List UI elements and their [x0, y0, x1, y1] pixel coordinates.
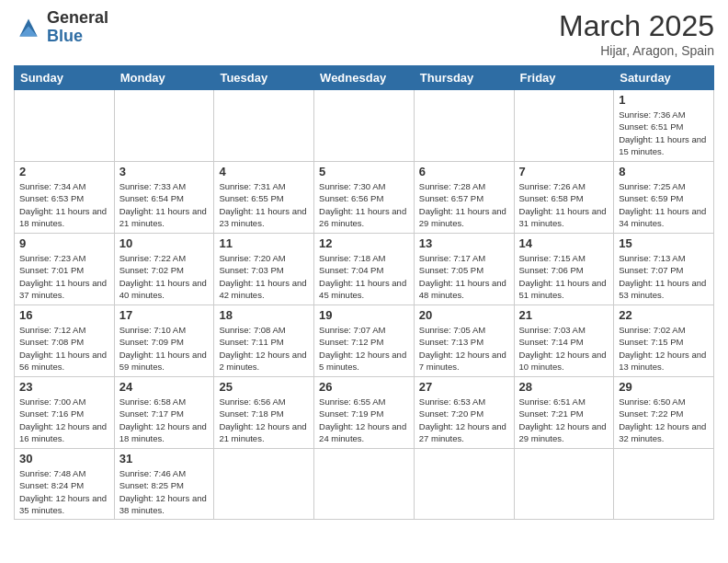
- day-14: 14 Sunrise: 7:15 AMSunset: 7:06 PMDaylig…: [514, 234, 614, 305]
- day-info: Sunrise: 6:56 AMSunset: 7:18 PMDaylight:…: [219, 396, 309, 444]
- day-number: 27: [419, 380, 509, 394]
- day-number: 3: [119, 165, 210, 178]
- header-thursday: Thursday: [414, 66, 514, 90]
- day-19: 19 Sunrise: 7:07 AMSunset: 7:12 PMDaylig…: [314, 305, 415, 377]
- empty-cell: [214, 449, 314, 520]
- empty-cell: [314, 90, 415, 162]
- empty-cell: [414, 90, 514, 162]
- empty-cell: [514, 90, 614, 162]
- day-info: Sunrise: 7:15 AMSunset: 7:06 PMDaylight:…: [519, 252, 609, 301]
- day-3: 3 Sunrise: 7:33 AMSunset: 6:54 PMDayligh…: [114, 162, 214, 234]
- day-6: 6 Sunrise: 7:28 AMSunset: 6:57 PMDayligh…: [414, 162, 514, 234]
- day-number: 10: [119, 236, 210, 250]
- day-info: Sunrise: 6:50 AMSunset: 7:22 PMDaylight:…: [619, 396, 709, 444]
- day-10: 10 Sunrise: 7:22 AMSunset: 7:02 PMDaylig…: [114, 234, 214, 305]
- day-info: Sunrise: 7:08 AMSunset: 7:11 PMDaylight:…: [219, 324, 309, 373]
- day-5: 5 Sunrise: 7:30 AMSunset: 6:56 PMDayligh…: [314, 162, 415, 234]
- day-13: 13 Sunrise: 7:17 AMSunset: 7:05 PMDaylig…: [414, 234, 514, 305]
- day-20: 20 Sunrise: 7:05 AMSunset: 7:13 PMDaylig…: [414, 305, 514, 377]
- day-26: 26 Sunrise: 6:55 AMSunset: 7:19 PMDaylig…: [314, 377, 415, 449]
- day-23: 23 Sunrise: 7:00 AMSunset: 7:16 PMDaylig…: [15, 377, 115, 449]
- calendar: Sunday Monday Tuesday Wednesday Thursday…: [14, 65, 714, 520]
- day-30: 30 Sunrise: 7:48 AMSunset: 8:24 PMDaylig…: [15, 449, 115, 520]
- title-block: March 2025 Hijar, Aragon, Spain: [559, 9, 714, 58]
- empty-cell: [214, 90, 314, 162]
- logo-general: General: [47, 8, 108, 27]
- day-21: 21 Sunrise: 7:03 AMSunset: 7:14 PMDaylig…: [514, 305, 614, 377]
- day-info: Sunrise: 7:22 AMSunset: 7:02 PMDaylight:…: [119, 252, 210, 301]
- day-2: 2 Sunrise: 7:34 AMSunset: 6:53 PMDayligh…: [15, 162, 115, 234]
- day-number: 16: [19, 308, 109, 322]
- day-info: Sunrise: 7:23 AMSunset: 7:01 PMDaylight:…: [19, 252, 109, 301]
- week-row-6: 30 Sunrise: 7:48 AMSunset: 8:24 PMDaylig…: [15, 449, 714, 520]
- day-9: 9 Sunrise: 7:23 AMSunset: 7:01 PMDayligh…: [15, 234, 115, 305]
- day-info: Sunrise: 7:12 AMSunset: 7:08 PMDaylight:…: [19, 324, 109, 373]
- header-wednesday: Wednesday: [314, 66, 415, 90]
- day-number: 23: [19, 380, 109, 394]
- day-number: 22: [619, 308, 709, 322]
- day-11: 11 Sunrise: 7:20 AMSunset: 7:03 PMDaylig…: [214, 234, 314, 305]
- day-info: Sunrise: 6:51 AMSunset: 7:21 PMDaylight:…: [519, 396, 609, 444]
- day-info: Sunrise: 7:25 AMSunset: 6:59 PMDaylight:…: [619, 180, 709, 229]
- day-number: 12: [319, 236, 409, 250]
- day-info: Sunrise: 6:53 AMSunset: 7:20 PMDaylight:…: [419, 396, 509, 444]
- generalblue-icon: [14, 13, 43, 42]
- day-info: Sunrise: 7:07 AMSunset: 7:12 PMDaylight:…: [319, 324, 409, 373]
- day-info: Sunrise: 7:46 AMSunset: 8:25 PMDaylight:…: [119, 467, 210, 516]
- day-8: 8 Sunrise: 7:25 AMSunset: 6:59 PMDayligh…: [614, 162, 714, 234]
- day-number: 1: [619, 93, 709, 107]
- header-friday: Friday: [514, 66, 614, 90]
- day-28: 28 Sunrise: 6:51 AMSunset: 7:21 PMDaylig…: [514, 377, 614, 449]
- day-4: 4 Sunrise: 7:31 AMSunset: 6:55 PMDayligh…: [214, 162, 314, 234]
- day-info: Sunrise: 7:33 AMSunset: 6:54 PMDaylight:…: [119, 180, 210, 229]
- day-info: Sunrise: 7:31 AMSunset: 6:55 PMDaylight:…: [219, 180, 309, 229]
- empty-cell: [614, 449, 714, 520]
- empty-cell: [314, 449, 415, 520]
- header: General Blue March 2025 Hijar, Aragon, S…: [14, 9, 714, 58]
- day-number: 24: [119, 380, 210, 394]
- day-25: 25 Sunrise: 6:56 AMSunset: 7:18 PMDaylig…: [214, 377, 314, 449]
- day-info: Sunrise: 6:58 AMSunset: 7:17 PMDaylight:…: [119, 396, 210, 444]
- day-17: 17 Sunrise: 7:10 AMSunset: 7:09 PMDaylig…: [114, 305, 214, 377]
- empty-cell: [514, 449, 614, 520]
- day-27: 27 Sunrise: 6:53 AMSunset: 7:20 PMDaylig…: [414, 377, 514, 449]
- logo: General Blue: [14, 9, 108, 46]
- day-info: Sunrise: 7:48 AMSunset: 8:24 PMDaylight:…: [19, 467, 109, 516]
- week-row-1: 1 Sunrise: 7:36 AM Sunset: 6:51 PM Dayli…: [15, 90, 714, 162]
- day-31: 31 Sunrise: 7:46 AMSunset: 8:25 PMDaylig…: [114, 449, 214, 520]
- day-info: Sunrise: 7:28 AMSunset: 6:57 PMDaylight:…: [419, 180, 509, 229]
- day-info: Sunrise: 7:13 AMSunset: 7:07 PMDaylight:…: [619, 252, 709, 301]
- day-info: Sunrise: 7:05 AMSunset: 7:13 PMDaylight:…: [419, 324, 509, 373]
- day-1: 1 Sunrise: 7:36 AM Sunset: 6:51 PM Dayli…: [614, 90, 714, 162]
- day-number: 21: [519, 308, 609, 322]
- day-15: 15 Sunrise: 7:13 AMSunset: 7:07 PMDaylig…: [614, 234, 714, 305]
- week-row-2: 2 Sunrise: 7:34 AMSunset: 6:53 PMDayligh…: [15, 162, 714, 234]
- day-number: 17: [119, 308, 210, 322]
- day-info: Sunrise: 7:02 AMSunset: 7:15 PMDaylight:…: [619, 324, 709, 373]
- day-info: Sunrise: 6:55 AMSunset: 7:19 PMDaylight:…: [319, 396, 409, 444]
- day-number: 28: [519, 380, 609, 394]
- header-sunday: Sunday: [15, 66, 115, 90]
- day-info: Sunrise: 7:03 AMSunset: 7:14 PMDaylight:…: [519, 324, 609, 373]
- day-29: 29 Sunrise: 6:50 AMSunset: 7:22 PMDaylig…: [614, 377, 714, 449]
- page: General Blue March 2025 Hijar, Aragon, S…: [0, 0, 728, 563]
- day-number: 6: [419, 165, 509, 178]
- day-number: 5: [319, 165, 409, 178]
- day-number: 2: [19, 165, 109, 178]
- month-title: March 2025: [559, 9, 714, 43]
- day-7: 7 Sunrise: 7:26 AMSunset: 6:58 PMDayligh…: [514, 162, 614, 234]
- day-16: 16 Sunrise: 7:12 AMSunset: 7:08 PMDaylig…: [15, 305, 115, 377]
- day-number: 18: [219, 308, 309, 322]
- day-number: 15: [619, 236, 709, 250]
- day-info: Sunrise: 7:34 AMSunset: 6:53 PMDaylight:…: [19, 180, 109, 229]
- day-info: Sunrise: 7:10 AMSunset: 7:09 PMDaylight:…: [119, 324, 210, 373]
- day-number: 30: [19, 452, 109, 465]
- day-number: 7: [519, 165, 609, 178]
- day-number: 26: [319, 380, 409, 394]
- empty-cell: [15, 90, 115, 162]
- weekday-header-row: Sunday Monday Tuesday Wednesday Thursday…: [15, 66, 714, 90]
- location: Hijar, Aragon, Spain: [559, 43, 714, 58]
- day-number: 4: [219, 165, 309, 178]
- day-number: 20: [419, 308, 509, 322]
- day-info: Sunrise: 7:20 AMSunset: 7:03 PMDaylight:…: [219, 252, 309, 301]
